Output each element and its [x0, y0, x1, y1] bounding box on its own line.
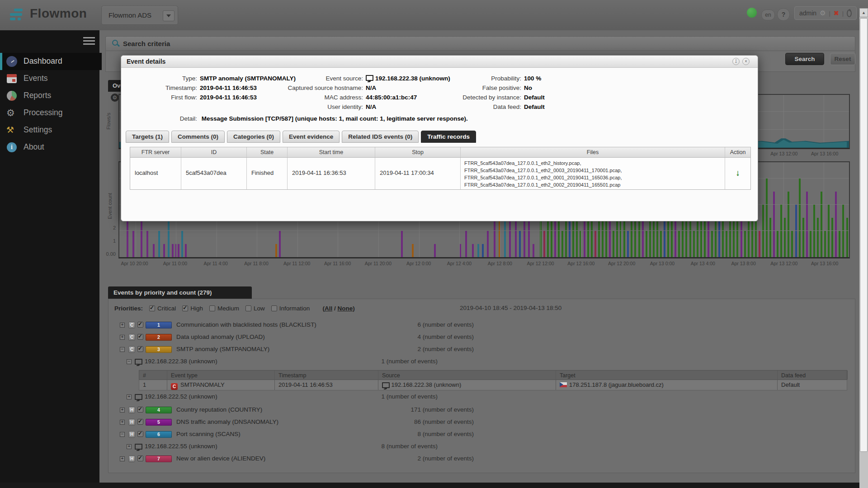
sidebar-item-reports[interactable]: Reports	[0, 87, 99, 104]
tab-targets-1-[interactable]: Targets (1)	[126, 131, 169, 143]
chart-bar	[613, 231, 614, 257]
event-type-row: +C2Data upload anomaly (UPLOAD)4 (number…	[108, 333, 855, 345]
modal-field: Data feed:Default	[429, 102, 545, 112]
power-icon[interactable]	[847, 9, 852, 17]
modal-field: Detected by instance:Default	[429, 93, 545, 102]
event-host-row: +192.168.222.52 (unknown)1 (number of ev…	[108, 393, 855, 404]
none-link[interactable]: None	[337, 305, 353, 312]
event-type-checkbox[interactable]	[137, 431, 143, 437]
chart-bar	[759, 231, 760, 257]
event-type-checkbox[interactable]	[137, 455, 143, 461]
event-count: 8 (number of events)	[381, 443, 438, 450]
header-id: ID	[181, 147, 247, 157]
sidebar-item-about[interactable]: About	[0, 139, 99, 156]
sidebar-item-settings[interactable]: Settings	[0, 122, 99, 139]
collapse-icon[interactable]: ↧	[732, 58, 740, 65]
event-type-checkbox[interactable]	[137, 334, 143, 340]
sidebar-item-label: Reports	[24, 91, 51, 100]
priority-label: Medium	[217, 305, 239, 312]
cell-state: Finished	[247, 158, 288, 189]
x-tick-label: Apr 13 16:00	[811, 151, 838, 156]
scrollbar[interactable]: ▲	[859, 8, 868, 488]
event-host-row: +192.168.222.55 (unknown)8 (number of ev…	[108, 442, 855, 454]
all-link[interactable]: All	[325, 305, 332, 312]
chart-bar	[744, 231, 746, 257]
chart-bar	[477, 244, 479, 257]
divider: |	[829, 10, 830, 17]
expand-plus-icon[interactable]: +	[120, 408, 125, 413]
help-button[interactable]: ?	[777, 8, 790, 21]
event-count: 8 (number of events)	[417, 431, 474, 437]
tab-event-evidence[interactable]: Event evidence	[283, 131, 340, 143]
chart-bar	[726, 231, 727, 257]
event-type-row: −H6Port scanning (SCANS)8 (number of eve…	[108, 430, 855, 442]
expand-plus-icon[interactable]: +	[127, 444, 132, 449]
priority-checkbox[interactable]	[149, 305, 155, 311]
sidebar-item-events[interactable]: Events	[0, 70, 99, 87]
header-files: Files	[461, 147, 725, 157]
priority-number-badge: 6	[146, 431, 172, 438]
priority-checkbox[interactable]	[245, 305, 251, 311]
x-tick-label: Apr 13 16:00	[811, 261, 838, 266]
priority-checkbox[interactable]	[271, 305, 277, 311]
expand-plus-icon[interactable]: +	[120, 323, 125, 328]
close-icon[interactable]: ×	[742, 58, 750, 65]
collapse-minus-icon[interactable]: −	[120, 432, 125, 437]
expand-plus-icon[interactable]: +	[127, 394, 132, 399]
event-type-row: −C3SMTP anomaly (SMTPANOMALY)2 (number o…	[108, 345, 855, 357]
user-menu[interactable]: admin ⚙ | ✖ |	[794, 6, 857, 20]
user-settings-gear-icon[interactable]: ⚙	[820, 9, 826, 17]
search-criteria-header[interactable]: Search criteria	[105, 36, 855, 51]
chevron-down-icon[interactable]	[163, 10, 175, 21]
chart-bar	[487, 231, 489, 257]
field-value: N/A	[366, 103, 376, 110]
y-tick: 2	[100, 225, 116, 230]
scroll-up-arrow-icon[interactable]: ▲	[859, 8, 868, 17]
field-value: 2019-04-11 16:46:53	[200, 84, 257, 91]
event-type-checkbox[interactable]	[137, 407, 143, 413]
search-icon	[112, 40, 119, 47]
scrollbar-thumb[interactable]	[860, 18, 868, 452]
collapse-minus-icon[interactable]: −	[127, 359, 132, 364]
table-header-row: FTR serverIDStateStart timeStopFilesActi…	[130, 147, 750, 158]
events-priority-tab[interactable]: Events by priority and count (279)	[108, 286, 252, 299]
modal-header[interactable]: Event details ↧ ×	[121, 56, 758, 68]
hamburger-menu-icon[interactable]	[83, 37, 95, 45]
status-online-dot	[747, 8, 757, 18]
tab-categories-0-[interactable]: Categories (0)	[227, 131, 280, 143]
event-count: 2 (number of events)	[417, 346, 474, 352]
expand-plus-icon[interactable]: +	[120, 456, 125, 461]
download-arrow-icon[interactable]: ↓	[725, 169, 750, 177]
bottom-strip	[0, 483, 868, 488]
search-button[interactable]: Search	[785, 53, 824, 65]
logout-x-icon[interactable]: ✖	[834, 9, 839, 17]
chart-bar	[172, 244, 174, 257]
chart-bar	[685, 218, 687, 257]
priority-checkbox[interactable]	[209, 305, 215, 311]
chart-bar	[671, 218, 673, 257]
event-type-checkbox[interactable]	[137, 419, 143, 425]
priority-checkbox[interactable]	[182, 305, 188, 311]
expand-plus-icon[interactable]: +	[120, 335, 125, 340]
sidebar-item-processing[interactable]: Processing	[0, 104, 99, 122]
tab-related-ids-events-0-[interactable]: Related IDS events (0)	[342, 131, 419, 143]
nested-header-event-type: Event type	[167, 371, 275, 380]
nested-header-target: Target	[556, 371, 778, 380]
chart-settings-gear-icon[interactable]: ⚙	[111, 94, 119, 102]
collapse-minus-icon[interactable]: −	[120, 347, 125, 352]
sidebar-item-dashboard[interactable]: Dashboard	[0, 53, 102, 70]
reset-button[interactable]: Reset	[830, 53, 855, 65]
event-type-checkbox[interactable]	[137, 322, 143, 328]
priorities-row: Priorities: CriticalHighMediumLowInforma…	[114, 304, 355, 313]
tab-traffic-records[interactable]: Traffic records	[421, 131, 476, 143]
tab-comments-0-[interactable]: Comments (0)	[171, 131, 225, 143]
modal-field: Event source:192.168.222.38 (unknown)	[257, 74, 450, 83]
product-select[interactable]: Flowmon ADS	[101, 6, 178, 25]
host-ip-label: 192.168.222.38 (unknown)	[145, 358, 217, 365]
expand-plus-icon[interactable]: +	[120, 420, 125, 425]
language-button[interactable]: en	[761, 9, 775, 20]
event-type-checkbox[interactable]	[137, 346, 143, 352]
field-value: 2019-04-11 16:46:53	[200, 94, 257, 101]
monitor-icon	[366, 75, 373, 81]
chart-bar	[146, 231, 148, 257]
